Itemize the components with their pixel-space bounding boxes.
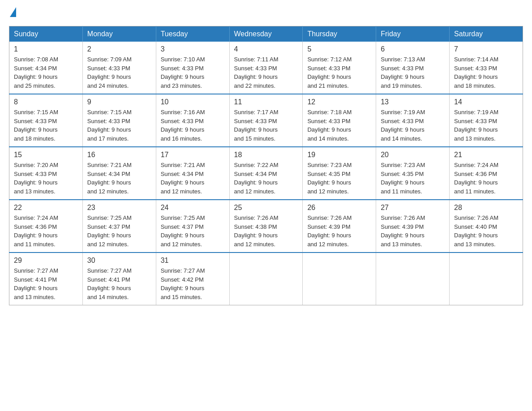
day-info: Sunrise: 7:27 AM Sunset: 4:41 PM Dayligh… bbox=[14, 266, 78, 301]
day-number: 4 bbox=[234, 45, 298, 53]
day-info: Sunrise: 7:15 AM Sunset: 4:33 PM Dayligh… bbox=[87, 108, 151, 143]
day-of-week-header: Friday bbox=[376, 26, 450, 42]
calendar-cell: 18 Sunrise: 7:22 AM Sunset: 4:34 PM Dayl… bbox=[229, 147, 303, 200]
calendar-cell: 19 Sunrise: 7:23 AM Sunset: 4:35 PM Dayl… bbox=[303, 147, 376, 200]
calendar-cell: 14 Sunrise: 7:19 AM Sunset: 4:33 PM Dayl… bbox=[450, 94, 523, 147]
calendar-cell: 10 Sunrise: 7:16 AM Sunset: 4:33 PM Dayl… bbox=[156, 94, 229, 147]
day-info: Sunrise: 7:13 AM Sunset: 4:33 PM Dayligh… bbox=[381, 55, 445, 90]
day-number: 17 bbox=[161, 151, 225, 159]
calendar-cell: 4 Sunrise: 7:11 AM Sunset: 4:33 PM Dayli… bbox=[229, 42, 303, 94]
day-info: Sunrise: 7:25 AM Sunset: 4:37 PM Dayligh… bbox=[161, 214, 225, 248]
day-of-week-header: Tuesday bbox=[156, 26, 229, 42]
calendar-cell: 21 Sunrise: 7:24 AM Sunset: 4:36 PM Dayl… bbox=[450, 147, 523, 200]
day-number: 29 bbox=[14, 257, 78, 265]
day-of-week-header: Thursday bbox=[303, 26, 376, 42]
day-of-week-header: Monday bbox=[82, 26, 156, 42]
day-number: 30 bbox=[87, 257, 151, 265]
day-number: 12 bbox=[307, 98, 371, 106]
day-number: 31 bbox=[161, 257, 225, 265]
calendar-cell: 8 Sunrise: 7:15 AM Sunset: 4:33 PM Dayli… bbox=[9, 94, 83, 147]
calendar-cell: 2 Sunrise: 7:09 AM Sunset: 4:33 PM Dayli… bbox=[82, 42, 156, 94]
day-info: Sunrise: 7:27 AM Sunset: 4:41 PM Dayligh… bbox=[87, 266, 151, 301]
calendar-cell: 26 Sunrise: 7:26 AM Sunset: 4:39 PM Dayl… bbox=[303, 200, 376, 253]
day-info: Sunrise: 7:26 AM Sunset: 4:39 PM Dayligh… bbox=[307, 214, 371, 248]
day-number: 22 bbox=[14, 204, 78, 212]
calendar-week-row: 22 Sunrise: 7:24 AM Sunset: 4:36 PM Dayl… bbox=[9, 200, 523, 253]
day-number: 26 bbox=[307, 204, 371, 212]
day-number: 23 bbox=[87, 204, 151, 212]
calendar-cell: 7 Sunrise: 7:14 AM Sunset: 4:33 PM Dayli… bbox=[450, 42, 523, 94]
day-info: Sunrise: 7:21 AM Sunset: 4:34 PM Dayligh… bbox=[87, 161, 151, 196]
page-header bbox=[9, 9, 523, 17]
day-number: 21 bbox=[454, 151, 518, 159]
day-number: 24 bbox=[161, 204, 225, 212]
calendar-week-row: 1 Sunrise: 7:08 AM Sunset: 4:34 PM Dayli… bbox=[9, 42, 523, 94]
day-number: 13 bbox=[381, 98, 445, 106]
day-of-week-header: Wednesday bbox=[229, 26, 303, 42]
day-number: 9 bbox=[87, 98, 151, 106]
day-info: Sunrise: 7:26 AM Sunset: 4:38 PM Dayligh… bbox=[234, 214, 298, 248]
day-number: 16 bbox=[87, 151, 151, 159]
calendar-cell bbox=[303, 253, 376, 305]
calendar-week-row: 29 Sunrise: 7:27 AM Sunset: 4:41 PM Dayl… bbox=[9, 253, 523, 305]
day-info: Sunrise: 7:18 AM Sunset: 4:33 PM Dayligh… bbox=[307, 108, 371, 143]
calendar-cell: 15 Sunrise: 7:20 AM Sunset: 4:33 PM Dayl… bbox=[9, 147, 83, 200]
calendar-week-row: 8 Sunrise: 7:15 AM Sunset: 4:33 PM Dayli… bbox=[9, 94, 523, 147]
calendar-table: SundayMondayTuesdayWednesdayThursdayFrid… bbox=[9, 26, 523, 305]
day-number: 18 bbox=[234, 151, 298, 159]
calendar-cell bbox=[450, 253, 523, 305]
day-number: 11 bbox=[234, 98, 298, 106]
day-info: Sunrise: 7:24 AM Sunset: 4:36 PM Dayligh… bbox=[14, 214, 78, 248]
day-number: 28 bbox=[454, 204, 518, 212]
calendar-cell: 16 Sunrise: 7:21 AM Sunset: 4:34 PM Dayl… bbox=[82, 147, 156, 200]
calendar-cell: 20 Sunrise: 7:23 AM Sunset: 4:35 PM Dayl… bbox=[376, 147, 450, 200]
calendar-cell bbox=[229, 253, 303, 305]
calendar-cell: 3 Sunrise: 7:10 AM Sunset: 4:33 PM Dayli… bbox=[156, 42, 229, 94]
day-info: Sunrise: 7:20 AM Sunset: 4:33 PM Dayligh… bbox=[14, 161, 78, 196]
day-info: Sunrise: 7:10 AM Sunset: 4:33 PM Dayligh… bbox=[161, 55, 225, 90]
day-of-week-header: Sunday bbox=[9, 26, 83, 42]
calendar-cell: 24 Sunrise: 7:25 AM Sunset: 4:37 PM Dayl… bbox=[156, 200, 229, 253]
day-info: Sunrise: 7:26 AM Sunset: 4:39 PM Dayligh… bbox=[381, 214, 445, 248]
calendar-cell: 11 Sunrise: 7:17 AM Sunset: 4:33 PM Dayl… bbox=[229, 94, 303, 147]
day-info: Sunrise: 7:11 AM Sunset: 4:33 PM Dayligh… bbox=[234, 55, 298, 90]
day-info: Sunrise: 7:25 AM Sunset: 4:37 PM Dayligh… bbox=[87, 214, 151, 248]
day-info: Sunrise: 7:19 AM Sunset: 4:33 PM Dayligh… bbox=[381, 108, 445, 143]
calendar-cell: 1 Sunrise: 7:08 AM Sunset: 4:34 PM Dayli… bbox=[9, 42, 83, 94]
day-number: 14 bbox=[454, 98, 518, 106]
day-number: 25 bbox=[234, 204, 298, 212]
day-info: Sunrise: 7:15 AM Sunset: 4:33 PM Dayligh… bbox=[14, 108, 78, 143]
calendar-cell: 28 Sunrise: 7:26 AM Sunset: 4:40 PM Dayl… bbox=[450, 200, 523, 253]
calendar-cell: 25 Sunrise: 7:26 AM Sunset: 4:38 PM Dayl… bbox=[229, 200, 303, 253]
calendar-cell: 6 Sunrise: 7:13 AM Sunset: 4:33 PM Dayli… bbox=[376, 42, 450, 94]
day-info: Sunrise: 7:09 AM Sunset: 4:33 PM Dayligh… bbox=[87, 55, 151, 90]
day-info: Sunrise: 7:22 AM Sunset: 4:34 PM Dayligh… bbox=[234, 161, 298, 196]
day-number: 6 bbox=[381, 45, 445, 53]
calendar-cell: 27 Sunrise: 7:26 AM Sunset: 4:39 PM Dayl… bbox=[376, 200, 450, 253]
day-info: Sunrise: 7:24 AM Sunset: 4:36 PM Dayligh… bbox=[454, 161, 518, 196]
day-number: 8 bbox=[14, 98, 78, 106]
calendar-cell: 12 Sunrise: 7:18 AM Sunset: 4:33 PM Dayl… bbox=[303, 94, 376, 147]
day-info: Sunrise: 7:21 AM Sunset: 4:34 PM Dayligh… bbox=[161, 161, 225, 196]
day-number: 5 bbox=[307, 45, 371, 53]
day-info: Sunrise: 7:08 AM Sunset: 4:34 PM Dayligh… bbox=[14, 55, 78, 90]
day-number: 10 bbox=[161, 98, 225, 106]
day-number: 3 bbox=[161, 45, 225, 53]
calendar-week-row: 15 Sunrise: 7:20 AM Sunset: 4:33 PM Dayl… bbox=[9, 147, 523, 200]
calendar-cell: 17 Sunrise: 7:21 AM Sunset: 4:34 PM Dayl… bbox=[156, 147, 229, 200]
calendar-cell: 5 Sunrise: 7:12 AM Sunset: 4:33 PM Dayli… bbox=[303, 42, 376, 94]
day-info: Sunrise: 7:16 AM Sunset: 4:33 PM Dayligh… bbox=[161, 108, 225, 143]
calendar-cell: 23 Sunrise: 7:25 AM Sunset: 4:37 PM Dayl… bbox=[82, 200, 156, 253]
calendar-cell: 30 Sunrise: 7:27 AM Sunset: 4:41 PM Dayl… bbox=[82, 253, 156, 305]
day-info: Sunrise: 7:26 AM Sunset: 4:40 PM Dayligh… bbox=[454, 214, 518, 248]
calendar-header-row: SundayMondayTuesdayWednesdayThursdayFrid… bbox=[9, 26, 523, 42]
day-info: Sunrise: 7:17 AM Sunset: 4:33 PM Dayligh… bbox=[234, 108, 298, 143]
day-info: Sunrise: 7:23 AM Sunset: 4:35 PM Dayligh… bbox=[381, 161, 445, 196]
day-number: 7 bbox=[454, 45, 518, 53]
day-info: Sunrise: 7:14 AM Sunset: 4:33 PM Dayligh… bbox=[454, 55, 518, 90]
day-of-week-header: Saturday bbox=[450, 26, 523, 42]
day-info: Sunrise: 7:23 AM Sunset: 4:35 PM Dayligh… bbox=[307, 161, 371, 196]
logo-triangle-icon bbox=[10, 7, 16, 17]
day-number: 27 bbox=[381, 204, 445, 212]
logo bbox=[9, 9, 16, 17]
